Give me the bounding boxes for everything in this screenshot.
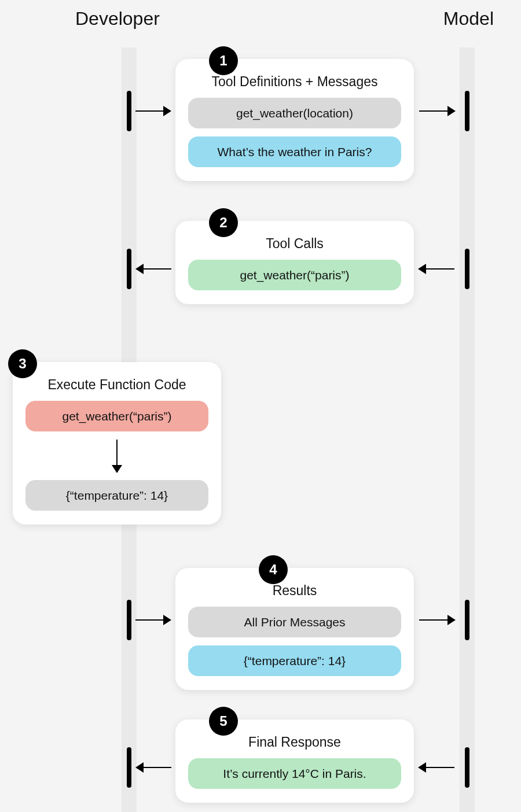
step-5-card: Final Response It’s currently 14°C in Pa… xyxy=(175,719,414,803)
model-tick-4 xyxy=(465,600,469,640)
step-5-badge: 5 xyxy=(209,707,238,736)
arrow-card-4-to-model xyxy=(419,619,454,621)
step-3-card: Execute Function Code get_weather(“paris… xyxy=(13,362,221,525)
step-2-tool-call-pill: get_weather(“paris”) xyxy=(188,260,401,290)
arrow-card-1-to-model xyxy=(419,110,454,112)
step-3-badge: 3 xyxy=(8,349,37,378)
step-4-prior-messages-pill: All Prior Messages xyxy=(188,607,401,637)
arrow-model-to-card-2 xyxy=(419,268,454,270)
developer-tick-4 xyxy=(127,600,131,640)
step-1-title: Tool Definitions + Messages xyxy=(188,74,401,90)
step-2-badge: 2 xyxy=(209,208,238,237)
model-lane xyxy=(460,47,475,812)
step-3-function-call-pill: get_weather(“paris”) xyxy=(25,401,208,431)
model-tick-5 xyxy=(465,747,469,788)
arrow-dev-to-card-4 xyxy=(135,619,170,621)
step-4-title: Results xyxy=(188,583,401,599)
developer-column-label: Developer xyxy=(75,8,160,29)
step-4-badge: 4 xyxy=(259,555,288,584)
step-5-title: Final Response xyxy=(188,735,401,750)
arrow-dev-to-card-1 xyxy=(135,110,170,112)
developer-tick-1 xyxy=(127,91,131,131)
down-arrow-icon xyxy=(116,440,118,472)
diagram-stage: Developer Model 1 Tool Definitions + Mes… xyxy=(0,0,521,812)
step-2-title: Tool Calls xyxy=(188,236,401,252)
developer-tick-2 xyxy=(127,249,131,289)
arrow-model-to-card-5 xyxy=(419,767,454,768)
model-column-label: Model xyxy=(443,8,494,29)
step-2-card: Tool Calls get_weather(“paris”) xyxy=(175,221,414,304)
step-5-response-pill: It’s currently 14°C in Paris. xyxy=(188,758,401,789)
step-4-card: Results All Prior Messages {“temperature… xyxy=(175,568,414,690)
step-4-result-pill: {“temperature”: 14} xyxy=(188,645,401,676)
step-1-card: Tool Definitions + Messages get_weather(… xyxy=(175,59,414,181)
step-1-badge: 1 xyxy=(209,46,238,75)
arrow-card-2-to-dev xyxy=(137,268,171,270)
arrow-card-5-to-dev xyxy=(137,767,171,768)
step-3-title: Execute Function Code xyxy=(25,377,208,393)
developer-tick-5 xyxy=(127,747,131,788)
step-1-user-message-pill: What’s the weather in Paris? xyxy=(188,136,401,167)
step-3-result-pill: {“temperature”: 14} xyxy=(25,480,208,511)
step-1-tool-definition-pill: get_weather(location) xyxy=(188,98,401,128)
model-tick-1 xyxy=(465,91,469,131)
model-tick-2 xyxy=(465,249,469,289)
